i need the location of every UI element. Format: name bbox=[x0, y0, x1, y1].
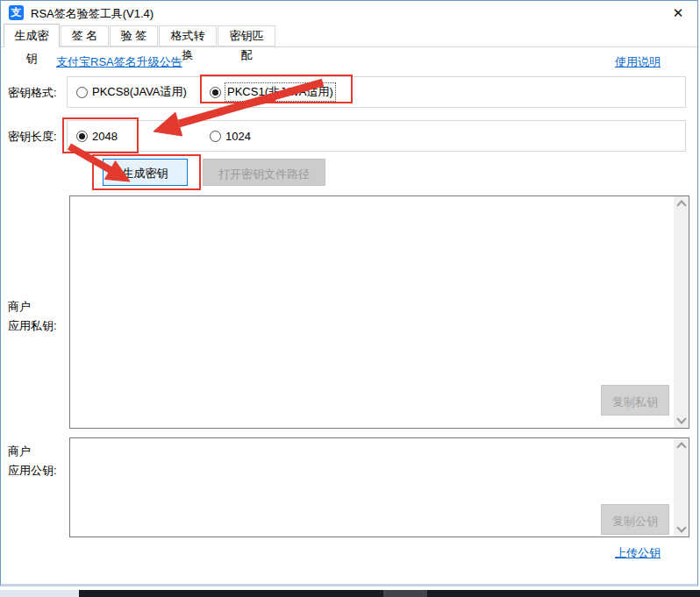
tab-format-convert[interactable]: 格式转换 bbox=[159, 25, 217, 46]
radio-pkcs8[interactable]: PKCS8(JAVA适用) bbox=[76, 77, 187, 107]
radio-2048-label: 2048 bbox=[92, 130, 118, 143]
key-format-panel: PKCS8(JAVA适用) PKCS1(非JAVA适用) bbox=[67, 76, 686, 108]
public-key-label-line2: 应用公钥: bbox=[8, 461, 57, 480]
public-key-label: 商户 应用公钥: bbox=[8, 442, 57, 480]
usage-help-link[interactable]: 使用说明 bbox=[615, 54, 661, 70]
alipay-logo-icon: 支 bbox=[9, 5, 24, 20]
app-window: 支 RSA签名验签工具(V1.4) ✕ 生成密钥 签 名 验 签 格式转换 密钥… bbox=[0, 0, 698, 586]
radio-pkcs1-label: PKCS1(非JAVA适用) bbox=[225, 83, 335, 101]
public-key-textarea[interactable] bbox=[70, 438, 674, 537]
radio-pkcs8-label: PKCS8(JAVA适用) bbox=[92, 84, 187, 100]
tab-sign[interactable]: 签 名 bbox=[61, 25, 109, 46]
private-key-label-line2: 应用私钥: bbox=[8, 316, 57, 336]
private-key-scrollbar[interactable] bbox=[674, 196, 689, 428]
radio-pkcs1[interactable]: PKCS1(非JAVA适用) bbox=[210, 77, 335, 107]
scroll-up-icon[interactable] bbox=[674, 196, 689, 211]
copy-private-key-button: 复制私钥 bbox=[601, 385, 669, 416]
public-key-label-line1: 商户 bbox=[8, 442, 57, 461]
rsa-upgrade-notice-link[interactable]: 支付宝RSA签名升级公告 bbox=[56, 54, 182, 70]
private-key-textarea[interactable] bbox=[70, 196, 674, 428]
radio-circle-icon bbox=[76, 87, 88, 98]
radio-2048[interactable]: 2048 bbox=[76, 121, 118, 151]
title-bar: 支 RSA签名验签工具(V1.4) ✕ bbox=[1, 1, 697, 24]
taskbar-light-segment bbox=[0, 590, 79, 597]
tab-bar: 生成密钥 签 名 验 签 格式转换 密钥匹配 bbox=[1, 24, 697, 47]
radio-1024-label: 1024 bbox=[225, 130, 251, 143]
scroll-up-icon[interactable] bbox=[674, 438, 689, 453]
public-key-scrollbar[interactable] bbox=[674, 438, 689, 537]
tab-verify[interactable]: 验 签 bbox=[110, 25, 158, 46]
key-format-label: 密钥格式: bbox=[8, 85, 57, 101]
copy-public-key-button: 复制公钥 bbox=[601, 504, 669, 535]
scroll-down-icon[interactable] bbox=[674, 522, 689, 537]
radio-circle-icon bbox=[210, 131, 221, 142]
generate-key-button[interactable]: 生成密钥 bbox=[103, 159, 188, 186]
private-key-label-line1: 商户 bbox=[8, 297, 57, 316]
upload-public-key-link[interactable]: 上传公钥 bbox=[615, 545, 661, 561]
tab-generate-key[interactable]: 生成密钥 bbox=[4, 24, 60, 47]
radio-selected-icon bbox=[210, 87, 221, 98]
key-length-panel: 2048 1024 bbox=[67, 120, 686, 152]
public-key-panel: 复制公钥 bbox=[69, 437, 689, 537]
window-title: RSA签名验签工具(V1.4) bbox=[31, 6, 154, 22]
tab-key-match[interactable]: 密钥匹配 bbox=[218, 25, 275, 46]
key-length-label: 密钥长度: bbox=[8, 129, 57, 145]
private-key-label: 商户 应用私钥: bbox=[8, 297, 57, 336]
taskbar-strip bbox=[0, 590, 700, 597]
close-icon[interactable]: ✕ bbox=[669, 4, 687, 22]
radio-selected-icon bbox=[76, 131, 88, 142]
open-key-file-path-button: 打开密钥文件路径 bbox=[203, 159, 325, 186]
taskbar-mid-segment bbox=[383, 590, 427, 597]
radio-1024[interactable]: 1024 bbox=[210, 121, 251, 151]
private-key-panel: 复制私钥 bbox=[69, 195, 689, 429]
scroll-down-icon[interactable] bbox=[674, 413, 689, 428]
